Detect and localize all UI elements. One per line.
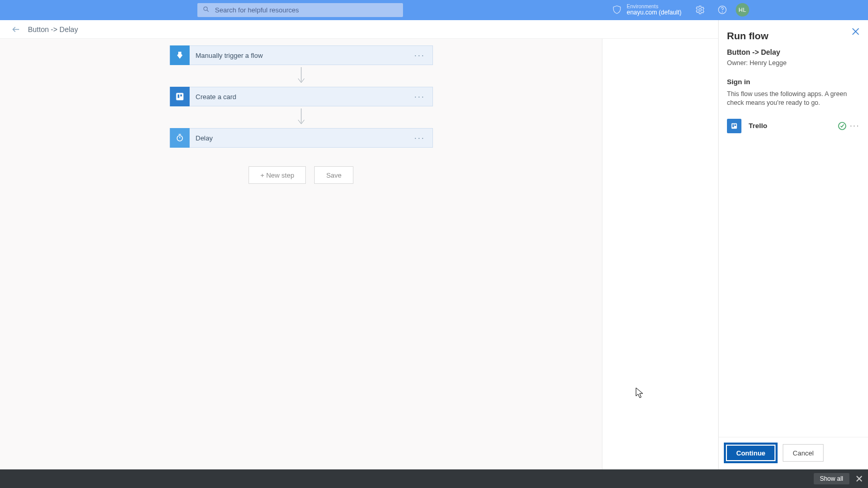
avatar-initials: HL [738, 7, 746, 13]
trigger-icon [170, 45, 190, 65]
cancel-button[interactable]: Cancel [783, 444, 823, 462]
arrow-down-icon [296, 108, 306, 126]
search-box[interactable] [197, 3, 403, 17]
run-flow-panel: Run flow Button -> Delay Owner: Henry Le… [718, 20, 868, 469]
continue-button-highlight: Continue [724, 443, 778, 463]
show-all-label: Show all [820, 475, 843, 482]
notification-bar: Show all [0, 469, 868, 488]
gear-icon[interactable] [695, 5, 705, 15]
connection-name: Trello [749, 122, 767, 130]
panel-title: Run flow [727, 30, 860, 42]
step-more-icon[interactable]: ··· [414, 129, 425, 147]
help-icon[interactable] [717, 5, 727, 15]
canvas-actions: + New step Save [0, 166, 602, 184]
svg-rect-9 [180, 95, 182, 97]
step-more-icon[interactable]: ··· [414, 46, 425, 65]
step-label: Create a card [196, 93, 237, 101]
panel-flow-name: Button -> Delay [727, 48, 860, 56]
svg-line-1 [207, 10, 209, 11]
cancel-label: Cancel [793, 449, 813, 457]
top-header: Environments enayu.com (default) HL [0, 0, 868, 20]
save-label: Save [326, 171, 342, 179]
search-input[interactable] [215, 6, 403, 14]
step-label: Delay [196, 134, 213, 142]
close-icon[interactable] [855, 474, 864, 483]
back-button[interactable] [10, 24, 22, 35]
panel-owner: Owner: Henry Legge [727, 59, 860, 67]
search-icon [203, 6, 210, 15]
trello-icon [170, 87, 190, 106]
svg-rect-8 [177, 95, 179, 99]
new-step-label: + New step [260, 171, 294, 179]
environment-picker[interactable]: Environments enayu.com (default) [612, 1, 681, 19]
signin-heading: Sign in [727, 78, 860, 86]
panel-footer: Continue Cancel [719, 437, 868, 469]
flow-step-trigger[interactable]: Manually trigger a flow ··· [169, 45, 433, 65]
connection-row-trello: Trello ··· [727, 119, 860, 133]
continue-label: Continue [736, 449, 765, 457]
svg-rect-17 [733, 124, 734, 127]
svg-point-2 [699, 9, 702, 11]
svg-point-4 [722, 12, 723, 12]
svg-rect-16 [732, 123, 737, 129]
continue-button[interactable]: Continue [727, 446, 774, 460]
close-icon[interactable] [851, 27, 861, 37]
save-button[interactable]: Save [314, 166, 353, 184]
step-more-icon[interactable]: ··· [414, 87, 425, 106]
step-label: Manually trigger a flow [196, 52, 263, 59]
flow-step-delay[interactable]: Delay ··· [169, 128, 433, 148]
signin-description: This flow uses the following apps. A gre… [727, 90, 860, 107]
timer-icon [170, 128, 190, 148]
check-icon [838, 122, 846, 130]
breadcrumb-title: Button -> Delay [28, 25, 78, 34]
arrow-down-icon [296, 67, 306, 85]
connection-more-icon[interactable]: ··· [850, 121, 860, 131]
environment-icon [612, 5, 622, 16]
cursor-icon [635, 387, 645, 399]
avatar[interactable]: HL [736, 3, 749, 17]
new-step-button[interactable]: + New step [249, 166, 306, 184]
svg-rect-18 [735, 124, 736, 126]
flow-canvas: Manually trigger a flow ··· Create a car… [0, 39, 602, 488]
svg-point-0 [204, 7, 207, 10]
trello-icon [727, 119, 741, 133]
show-all-button[interactable]: Show all [814, 473, 849, 484]
environment-name: enayu.com (default) [627, 9, 681, 16]
flow-step-create-card[interactable]: Create a card ··· [169, 87, 433, 106]
